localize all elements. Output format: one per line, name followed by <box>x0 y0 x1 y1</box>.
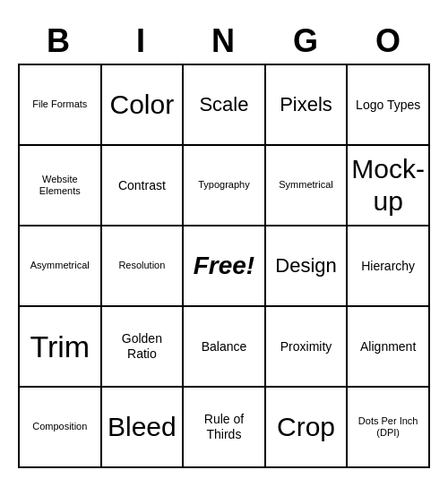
bingo-cell: Symmetrical <box>266 146 349 226</box>
bingo-header: BINGO <box>18 19 430 64</box>
bingo-cell: Resolution <box>102 226 185 307</box>
bingo-cell: Typography <box>184 146 266 226</box>
bingo-cell: Hierarchy <box>348 226 430 307</box>
bingo-cell: Bleed <box>102 388 185 468</box>
header-letter: I <box>100 19 183 64</box>
header-letter: G <box>265 19 348 64</box>
bingo-cell: Color <box>102 65 185 146</box>
bingo-cell: Scale <box>184 65 266 146</box>
bingo-cell: Alignment <box>348 307 430 388</box>
bingo-cell: Trim <box>20 307 102 388</box>
bingo-grid: File FormatsColorScalePixelsLogo TypesWe… <box>18 64 430 468</box>
bingo-cell: Dots Per Inch (DPI) <box>348 388 430 468</box>
bingo-cell: Logo Types <box>348 65 430 146</box>
bingo-cell: Pixels <box>266 65 349 146</box>
bingo-cell: Proximity <box>266 307 349 388</box>
bingo-cell: Rule of Thirds <box>184 388 266 468</box>
bingo-cell: Crop <box>266 388 349 468</box>
bingo-cell: Design <box>266 226 349 307</box>
header-letter: O <box>348 19 430 64</box>
bingo-cell: Balance <box>184 307 266 388</box>
header-letter: B <box>18 19 100 64</box>
bingo-cell: Composition <box>20 388 102 468</box>
bingo-cell: Mock-up <box>348 146 430 226</box>
bingo-cell: Asymmetrical <box>20 226 102 307</box>
bingo-cell: Golden Ratio <box>102 307 185 388</box>
bingo-cell: Free! <box>184 226 266 307</box>
bingo-cell: Website Elements <box>20 146 102 226</box>
bingo-card: BINGO File FormatsColorScalePixelsLogo T… <box>18 19 430 468</box>
bingo-cell: Contrast <box>102 146 185 226</box>
header-letter: N <box>183 19 265 64</box>
bingo-cell: File Formats <box>20 65 102 146</box>
